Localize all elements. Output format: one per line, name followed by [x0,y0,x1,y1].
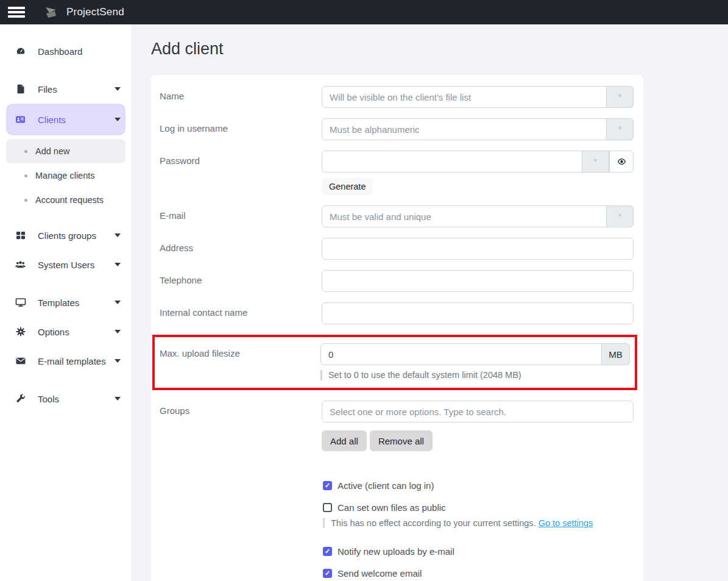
chevron-down-icon [115,359,121,363]
notify-uploads-checkbox[interactable] [323,547,332,556]
sidebar-item-label: Templates [38,298,79,308]
sidebar-item-email-templates[interactable]: E-mail templates [0,346,132,376]
sidebar-subitem-manage-clients[interactable]: Manage clients [0,163,132,188]
chevron-down-icon [115,263,121,266]
chevron-down-icon [115,87,121,91]
grid-icon [15,230,26,240]
bullet-icon [24,174,27,177]
sidebar-item-label: Clients [38,115,66,125]
bullet-icon [24,199,27,202]
welcome-email-checkbox-label: Send welcome email [337,568,422,579]
address-field-row: Address [160,238,634,260]
max-upload-field-row: Max. upload filesize MB Set to 0 to use … [160,343,630,380]
active-checkbox-row: Active (client can log in) [323,480,634,491]
add-all-groups-button[interactable]: Add all [322,430,367,451]
sidebar-item-label: Dashboard [38,46,82,57]
username-input[interactable] [322,118,607,140]
groups-label: Groups [160,401,322,451]
sidebar-item-templates[interactable]: Templates [0,288,132,317]
email-label: E-mail [160,205,322,227]
eye-icon [617,157,627,166]
telephone-field-row: Telephone [160,270,634,292]
public-files-checkbox[interactable] [323,503,332,512]
sidebar-item-tools[interactable]: Tools [0,384,132,413]
sidebar-item-dashboard[interactable]: Dashboard [0,37,132,66]
internal-contact-field-row: Internal contact name [160,302,634,324]
max-upload-help-text: Set to 0 to use the default system limit… [320,370,630,380]
sidebar-nav: Dashboard Files Clients Add new [0,24,132,581]
top-header-bar: ProjectSend [0,0,728,24]
public-files-note-text: This has no effect according to your cur… [331,518,536,528]
active-checkbox-label: Active (client can log in) [337,480,434,491]
internal-contact-input[interactable] [322,302,634,324]
telephone-input[interactable] [322,270,634,292]
mb-unit-addon: MB [602,343,630,365]
desktop-icon [15,298,26,307]
bullet-icon [24,150,27,153]
app-title: ProjectSend [66,6,124,18]
sidebar-subitem-label: Account requests [35,195,104,205]
required-asterisk-icon: * [607,118,634,140]
chevron-down-icon [115,233,121,237]
show-password-button[interactable] [609,151,634,173]
password-label: Password [160,151,322,195]
public-files-note: This has no effect according to your cur… [323,518,634,528]
go-to-settings-link[interactable]: Go to settings [539,518,593,528]
dashboard-icon [15,46,26,56]
sidebar-item-clients[interactable]: Clients [6,104,125,135]
required-asterisk-icon: * [607,86,634,108]
id-card-icon [15,115,26,124]
users-icon [15,260,26,269]
main-content: Add client Name * Log in username * [132,24,728,581]
max-upload-input[interactable] [320,343,602,365]
welcome-email-checkbox[interactable] [323,569,332,578]
projectsend-logo-icon [44,5,58,20]
password-input[interactable] [322,151,582,173]
chevron-down-icon [115,301,121,304]
sidebar-subitem-account-requests[interactable]: Account requests [0,188,132,212]
email-input[interactable] [322,205,607,227]
sidebar-item-label: Files [38,84,57,94]
email-field-row: E-mail * [160,205,634,227]
sidebar-item-options[interactable]: Options [0,317,132,346]
generate-password-button[interactable]: Generate [322,178,373,195]
max-upload-label: Max. upload filesize [160,343,320,380]
gear-icon [15,327,26,337]
active-checkbox[interactable] [323,481,332,490]
add-client-form-card: Name * Log in username * Password [151,75,643,581]
username-field-row: Log in username * [160,118,634,140]
remove-all-groups-button[interactable]: Remove all [370,430,433,451]
chevron-down-icon [115,118,121,121]
hamburger-menu-icon[interactable] [5,2,27,22]
username-label: Log in username [160,118,322,140]
internal-contact-label: Internal contact name [160,302,322,324]
sidebar-item-label: System Users [38,260,94,270]
sidebar-item-files[interactable]: Files [0,74,132,104]
address-input[interactable] [322,238,634,260]
file-icon [15,84,26,94]
groups-select-input[interactable] [322,401,634,422]
required-asterisk-icon: * [582,151,609,173]
public-files-checkbox-row: Can set own files as public [323,502,634,513]
sidebar-subitem-add-new[interactable]: Add new [6,139,125,163]
sidebar-item-system-users[interactable]: System Users [0,250,132,279]
groups-field-row: Groups Add all Remove all [160,401,634,451]
sidebar-item-clients-groups[interactable]: Clients groups [0,221,132,250]
max-upload-highlight-box: Max. upload filesize MB Set to 0 to use … [152,335,637,390]
notify-uploads-checkbox-label: Notify new uploads by e-mail [337,546,454,557]
name-input[interactable] [322,86,607,108]
name-label: Name [160,86,322,108]
public-files-checkbox-label: Can set own files as public [337,502,446,513]
name-field-row: Name * [160,86,634,108]
address-label: Address [160,238,322,260]
sidebar-item-label: Clients groups [38,230,96,241]
welcome-email-checkbox-row: Send welcome email [323,568,634,579]
sidebar-item-label: Options [38,327,69,337]
chevron-down-icon [115,397,121,401]
sidebar-item-label: Tools [38,394,59,404]
sidebar-subitem-label: Manage clients [35,171,95,180]
sidebar-subitem-label: Add new [35,146,69,156]
page-title: Add client [151,40,728,59]
wrench-icon [15,394,26,404]
required-asterisk-icon: * [607,205,634,227]
